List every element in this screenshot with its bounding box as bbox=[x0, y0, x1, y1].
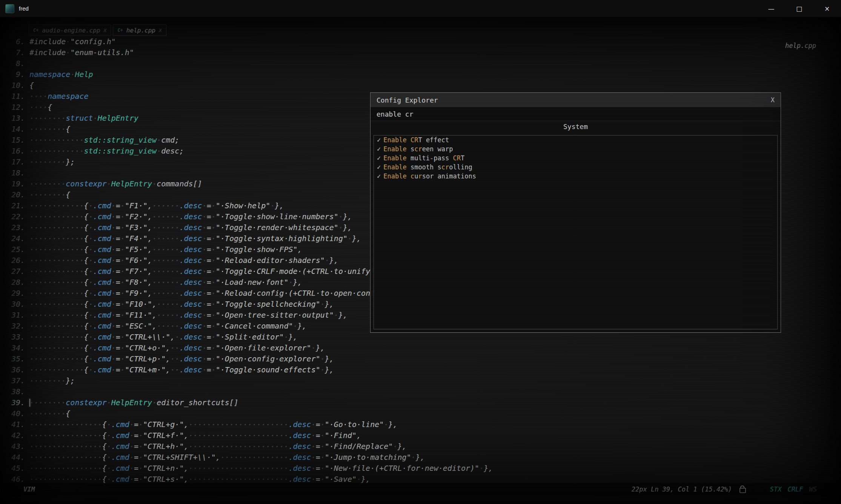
code-token: , bbox=[184, 442, 188, 451]
code-line[interactable]: 40.········{ bbox=[5, 408, 841, 419]
checkbox-checked-icon[interactable]: ✓ bbox=[377, 136, 381, 144]
code-line[interactable]: 8. bbox=[5, 58, 841, 69]
code-line[interactable]: 33.············{·.cmd·=·"CTRL+\\·",·.des… bbox=[5, 332, 841, 343]
line-number: 20. bbox=[5, 189, 25, 200]
code-token: "ESC·" bbox=[125, 321, 152, 330]
status-flag-ws: WS bbox=[809, 486, 817, 493]
code-token: .desc bbox=[179, 289, 202, 298]
code-token: · bbox=[120, 343, 125, 352]
code-token: · bbox=[202, 256, 207, 265]
code-token: · bbox=[320, 365, 325, 374]
config-item[interactable]: ✓Enable screen warp bbox=[374, 144, 777, 154]
code-token: = bbox=[134, 431, 138, 440]
code-line[interactable]: 10.{ bbox=[5, 80, 841, 91]
checkbox-checked-icon[interactable]: ✓ bbox=[377, 154, 381, 162]
code-token: · bbox=[202, 278, 207, 287]
code-token: · bbox=[211, 321, 216, 330]
config-item[interactable]: ✓Enable multi-pass CRT bbox=[374, 154, 777, 163]
minimize-button[interactable]: — bbox=[757, 0, 785, 17]
tab-help-cpp[interactable]: C+help.cppX bbox=[113, 25, 166, 36]
code-token: · bbox=[202, 332, 207, 341]
code-token: = bbox=[207, 321, 211, 330]
code-token: · bbox=[111, 365, 116, 374]
tab-close-icon[interactable]: X bbox=[104, 28, 107, 33]
item-text: olling bbox=[449, 163, 472, 171]
code-token: { bbox=[102, 431, 107, 440]
code-token: std::string_view bbox=[84, 135, 157, 144]
code-line[interactable]: 45.················{·.cmd·=·"CTRL+n·",··… bbox=[5, 463, 841, 474]
code-token: "·Jump·to·matching" bbox=[325, 453, 411, 462]
code-token: .desc bbox=[288, 475, 311, 484]
code-token: = bbox=[116, 332, 120, 341]
line-number: 14. bbox=[5, 124, 25, 135]
code-token: = bbox=[116, 256, 120, 265]
code-line[interactable]: 36.············{·.cmd·=·"CTRL+m·",··.des… bbox=[5, 364, 841, 375]
code-token: · bbox=[202, 201, 207, 210]
code-token: = bbox=[134, 453, 138, 462]
config-item[interactable]: ✓Enable CRT effect bbox=[374, 135, 777, 144]
code-token: #include bbox=[29, 48, 66, 57]
code-token: · bbox=[120, 267, 125, 276]
line-number: 23. bbox=[5, 222, 25, 233]
checkbox-checked-icon[interactable]: ✓ bbox=[377, 163, 381, 171]
code-token: · bbox=[120, 278, 125, 287]
code-token: · bbox=[293, 321, 297, 330]
code-token: · bbox=[211, 310, 216, 320]
line-number: 33. bbox=[5, 332, 25, 343]
code-token: "CTRL+SHIFT+\\·" bbox=[143, 453, 216, 462]
tab-audio-engine-cpp[interactable]: C+audio-engine.cppX bbox=[29, 25, 111, 36]
code-token: · bbox=[111, 234, 116, 243]
code-token: · bbox=[93, 114, 98, 123]
line-number: 40. bbox=[5, 408, 25, 419]
code-token: · bbox=[202, 289, 207, 298]
code-token: · bbox=[111, 278, 116, 287]
code-token: · bbox=[107, 420, 111, 429]
close-button[interactable]: × bbox=[813, 0, 841, 17]
code-line[interactable]: 6.#include·"config.h" bbox=[5, 36, 841, 47]
code-token: .desc bbox=[179, 212, 202, 221]
config-item[interactable]: ✓Enable cursor animations bbox=[374, 172, 777, 181]
line-number: 29. bbox=[5, 288, 25, 299]
code-token: · bbox=[211, 223, 216, 232]
code-line[interactable]: 39.········constexpr·HelpEntry·editor_sh… bbox=[5, 397, 841, 408]
code-line[interactable]: 43.················{·.cmd·=·"CTRL+h·",··… bbox=[5, 441, 841, 452]
config-search-input[interactable]: enable cr bbox=[371, 107, 781, 121]
code-token: }, bbox=[316, 343, 325, 352]
item-text bbox=[407, 136, 411, 144]
code-token: .cmd bbox=[93, 234, 111, 243]
code-line[interactable]: 41.················{·.cmd·=·"CTRL+g·",··… bbox=[5, 419, 841, 430]
code-line[interactable]: 7.#include·"enum-utils.h" bbox=[5, 47, 841, 58]
checkbox-checked-icon[interactable]: ✓ bbox=[377, 145, 381, 153]
code-line[interactable]: 9.namespace·Help bbox=[5, 69, 841, 80]
line-number: 26. bbox=[5, 255, 25, 266]
code-token: ······ bbox=[152, 256, 179, 265]
popup-close-icon[interactable]: X bbox=[771, 96, 775, 104]
code-token: ······················ bbox=[188, 475, 288, 484]
code-token: }, bbox=[352, 234, 361, 243]
code-line[interactable]: 44.················{·.cmd·=·"CTRL+SHIFT+… bbox=[5, 452, 841, 463]
code-token: = bbox=[207, 245, 211, 254]
code-token: · bbox=[357, 475, 361, 484]
code-token: "CTRL+g·" bbox=[143, 420, 184, 429]
tab-close-icon[interactable]: X bbox=[159, 28, 162, 33]
code-token: · bbox=[138, 431, 143, 440]
checkbox-checked-icon[interactable]: ✓ bbox=[377, 172, 381, 180]
code-token: · bbox=[211, 343, 216, 352]
code-token: { bbox=[84, 310, 89, 320]
code-token: , bbox=[184, 420, 188, 429]
code-line[interactable]: 42.················{·.cmd·=·"CTRL+f·",··… bbox=[5, 430, 841, 441]
config-item[interactable]: ✓Enable smooth scrolling bbox=[374, 163, 777, 172]
code-token: HelpEntry bbox=[111, 398, 152, 407]
code-token: ··············· bbox=[220, 453, 289, 462]
maximize-button[interactable]: □ bbox=[785, 0, 813, 17]
code-token: , bbox=[298, 245, 302, 254]
code-line[interactable]: 35.············{·.cmd·=·"CTRL+p·",··.des… bbox=[5, 353, 841, 364]
line-number: 43. bbox=[5, 441, 25, 452]
code-line[interactable]: 34.············{·.cmd·=·"CTRL+o·",··.des… bbox=[5, 343, 841, 353]
code-token: · bbox=[120, 245, 125, 254]
code-line[interactable]: 37.········}; bbox=[5, 375, 841, 386]
code-line[interactable]: 38. bbox=[5, 386, 841, 397]
code-token: editor_shortcuts[] bbox=[157, 398, 238, 407]
lock-icon bbox=[740, 488, 746, 493]
code-token: = bbox=[116, 310, 120, 320]
